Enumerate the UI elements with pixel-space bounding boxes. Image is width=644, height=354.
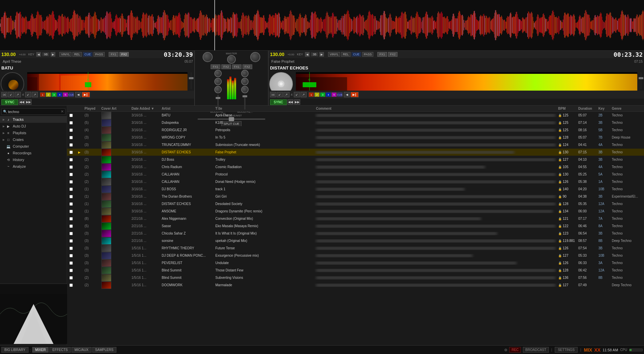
table-row[interactable]: (3) 2/21/16 ... sonsine upekah (Original… [67,237,644,245]
row-checkbox[interactable] [67,210,75,213]
col-title[interactable]: Title [214,107,315,110]
deck-right-hc1[interactable]: 1 [309,92,314,97]
table-row[interactable]: (3) 1/5/16 1... Blind Summit Those Dista… [67,267,644,274]
sidebar-item-crates[interactable]: ▶ □ Crates [0,136,67,143]
deck-right-loop-size[interactable]: ⟨4⟩ [270,92,276,97]
row-checkbox[interactable] [67,114,75,117]
deck-left-key-up[interactable]: ▶ [51,52,55,57]
deck-left-beat-up[interactable]: ↗ [32,92,38,97]
mixer-eq-mid-left[interactable] [214,78,222,85]
deck-left-hc1[interactable]: 1 [40,92,45,97]
deck-right-loop-double[interactable]: ↗ [283,92,289,97]
mixer-headphone-left[interactable] [203,52,213,62]
settings-btn[interactable]: SETTINGS [555,347,578,353]
rec-btn[interactable]: REC [509,347,521,353]
row-checkbox[interactable] [67,269,75,272]
sidebar-item-history[interactable]: ▶ ⟲ History [0,156,67,163]
deck-left-vinyl-btn[interactable]: VINYL [59,52,71,57]
row-checkbox[interactable] [67,158,75,161]
row-checkbox[interactable] [67,188,75,191]
deck-right-hc2[interactable]: 2 [314,92,320,97]
table-row[interactable]: (1) 3/16/16 ... ANSOME Dragons Dynamite … [67,208,644,215]
row-checkbox[interactable] [67,202,75,206]
mixer-fader-right[interactable] [244,95,246,110]
sidebar-item-computer[interactable]: ▶ 💻 Computer [0,143,67,150]
row-checkbox[interactable] [67,239,75,243]
mixer-headphone-right[interactable] [250,52,260,62]
col-played[interactable]: Played [83,107,100,110]
deck-right-key-up[interactable]: ▶ [319,52,324,57]
mixer-eq-high-right[interactable] [241,70,249,77]
deck-right-key-down[interactable]: ◀ [305,52,310,57]
table-row[interactable]: (1) 3/16/16 ... DISTANT ECHOES Desolated… [67,200,644,208]
deck-left-nav-left[interactable]: ◀ [75,92,81,97]
deck-left-beat-down[interactable]: ↙ [25,92,31,97]
row-checkbox[interactable] [67,261,75,265]
table-row[interactable]: ▶ (3) 3/16/16 ... DISTANT ECHOES False P… [67,149,644,156]
deck-left-fx1-btn[interactable]: FX1 [109,52,118,57]
row-checkbox[interactable] [67,254,75,257]
deck-left-fx2-btn[interactable]: FX2 [119,52,129,57]
table-row[interactable]: (3) 3/16/16 ... TRUNCATE/JIMMY Submissio… [67,141,644,149]
search-input[interactable] [8,110,61,114]
mixer-eq-high-left[interactable] [214,70,222,77]
mixer-tab-btn[interactable]: MIXER [32,347,49,353]
deck-right-hc3[interactable]: 3 [320,92,325,97]
deck-left-nudge-left[interactable]: ◀◀ [19,99,25,105]
mic-aux-btn[interactable]: MIC/AUX [71,347,92,353]
search-box[interactable]: 🔍 ✕ [1,108,65,115]
deck-right-beat-down[interactable]: ↙ [294,92,300,97]
deck-right-beat-up[interactable]: ↗ [301,92,307,97]
table-row[interactable]: (3) 1/5/16 1... DJ DEEP & ROMAN PONC... … [67,252,644,259]
deck-right-cue-btn[interactable]: CUE [352,52,361,57]
deck-left-hc2[interactable]: 2 [46,92,51,97]
mixer-eq-low-right[interactable] [241,86,249,93]
col-comment[interactable]: Comment [315,107,557,110]
deck-left-loop-halve[interactable]: ↙ [8,92,14,97]
samplers-btn[interactable]: SAMPLERS [92,347,116,353]
col-key[interactable]: Key [597,107,610,110]
deck-right-loop-halve[interactable]: ↙ [277,92,283,97]
deck-left-pitch-slider[interactable] [189,72,194,89]
mixer-fx2-left[interactable]: FX2 [221,64,231,69]
row-checkbox[interactable] [67,143,75,147]
deck-right-hc5[interactable]: 5 [331,92,337,97]
col-genre[interactable]: Genre [610,107,644,110]
row-checkbox[interactable] [67,180,75,184]
mixer-fx2-right[interactable]: FX2 [243,64,252,69]
table-row[interactable]: (3) 1/5/16 1... PEVERELIST Undulate 🔒 12… [67,259,644,267]
deck-left-loop-double[interactable]: ↗ [15,92,21,97]
col-date[interactable]: Date Added ▼ [130,107,160,110]
table-row[interactable]: (2) 3/16/16 ... CALLAHAN Donat Need (Hod… [67,178,644,186]
deck-left-loop-size-down[interactable]: ⟨4⟩ [1,92,7,97]
table-row[interactable]: (2) 3/16/16 ... CALLAHAN Protocol 🔒 130 … [67,171,644,178]
deck-left-hc5[interactable]: 5 [63,92,68,97]
broadcast-btn[interactable]: BROADCAST [523,347,548,353]
deck-left-rel-btn[interactable]: REL [72,52,82,57]
deck-right-nudge-left[interactable]: ◀◀ [287,99,293,105]
mixer-eq-mid-right[interactable] [241,78,249,85]
sidebar-item-recordings[interactable]: ▶ ● Recordings [0,150,67,156]
deck-right-mini-waveform[interactable]: C [296,72,637,91]
deck-left-cue-btn[interactable]: CUE [83,52,93,57]
mixer-fx1-left[interactable]: FX1 [211,64,220,69]
deck-right-rel-btn[interactable]: REL [341,52,351,57]
sidebar-item-tracks[interactable]: ▶ ♪ Tracks [0,116,67,123]
row-checkbox[interactable] [67,276,75,280]
deck-right-nav-left[interactable]: ◀ [344,92,350,97]
col-artist[interactable]: Artist [160,107,214,110]
deck-left-key-down[interactable]: ◀ [36,52,41,57]
table-row[interactable]: (5) 3/16/16 ... Dubspeeka K185 🔒 125 07:… [67,119,644,127]
deck-right-nudge-right[interactable]: ▶▶ [294,99,300,105]
big-library-btn[interactable]: BIG LIBRARY [1,347,29,353]
row-checkbox[interactable] [67,217,75,220]
row-checkbox[interactable] [67,247,75,250]
table-row[interactable]: (3) 1/5/16 1... RHYTHMIC THEORY Future T… [67,245,644,252]
deck-right-vinyl-btn[interactable]: VINYL [328,52,340,57]
sidebar-item-analyze[interactable]: ▶ ~ Analyze [0,163,67,170]
deck-left-mini-waveform[interactable]: C [27,72,187,91]
mixer-fader-left[interactable] [217,95,219,110]
row-checkbox[interactable] [67,151,75,154]
deck-left-play[interactable]: ▶‖ [82,92,90,97]
deck-right-pass-btn[interactable]: PASS [362,52,373,57]
